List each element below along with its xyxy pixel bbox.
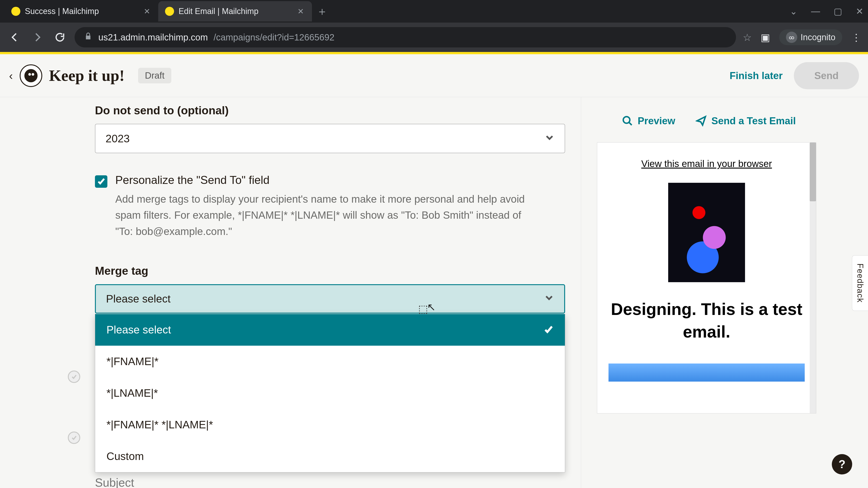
feedback-tab[interactable]: Feedback [852, 255, 868, 311]
window-controls: ⌄ — ▢ ✕ [790, 6, 864, 17]
svg-point-4 [32, 73, 34, 76]
mailchimp-favicon [165, 7, 174, 16]
do-not-send-label: Do not send to (optional) [95, 104, 565, 117]
tab-search-icon[interactable]: ⌄ [790, 6, 798, 17]
tab-title: Edit Email | Mailchimp [179, 6, 291, 16]
personalize-checkbox[interactable] [95, 175, 107, 188]
incognito-icon [786, 32, 797, 43]
finish-later-link[interactable]: Finish later [730, 70, 783, 81]
incognito-badge: Incognito [779, 29, 842, 45]
page-body: ‹ Keep it up! Draft Finish later Send Do… [0, 52, 868, 488]
merge-tag-label: Merge tag [95, 264, 565, 278]
do-not-send-select[interactable]: 2023 [95, 124, 565, 153]
svg-point-2 [24, 69, 37, 82]
dropdown-option-label: *|LNAME|* [106, 387, 158, 399]
email-banner-image [609, 363, 805, 382]
chevron-down-icon [544, 293, 554, 305]
close-icon[interactable]: ✕ [143, 7, 151, 16]
email-heading: Designing. This is a test email. [609, 298, 805, 343]
svg-point-3 [28, 73, 31, 76]
url-host: us21.admin.mailchimp.com [98, 32, 208, 42]
send-test-email-button[interactable]: Send a Test Email [695, 115, 796, 127]
main-form-column: Do not send to (optional) 2023 Personali… [0, 97, 581, 488]
merge-tag-value: Please select [106, 293, 170, 305]
section-status-icon [68, 431, 80, 444]
send-icon [695, 115, 707, 127]
dropdown-option[interactable]: *|FNAME|* *|LNAME|* [95, 409, 565, 441]
svg-point-5 [623, 117, 630, 123]
personalize-description: Add merge tags to display your recipient… [115, 191, 538, 239]
menu-icon[interactable]: ⋮ [851, 32, 861, 43]
nav-bar: us21.admin.mailchimp.com/campaigns/edit?… [0, 23, 868, 52]
preview-button[interactable]: Preview [622, 115, 675, 127]
section-status-icon [68, 370, 80, 383]
svg-point-0 [789, 37, 792, 39]
reload-button[interactable] [52, 29, 68, 45]
back-button[interactable] [7, 29, 23, 45]
browser-tab[interactable]: Success | Mailchimp ✕ [4, 1, 158, 22]
tab-strip: Success | Mailchimp ✕ Edit Email | Mailc… [0, 0, 868, 23]
address-bar[interactable]: us21.admin.mailchimp.com/campaigns/edit?… [74, 27, 736, 47]
dropdown-option-label: *|FNAME|* [106, 355, 158, 367]
mailchimp-favicon [11, 7, 20, 16]
send-test-email-label: Send a Test Email [711, 115, 796, 127]
maximize-icon[interactable]: ▢ [834, 6, 842, 17]
url-path: /campaigns/edit?id=12665692 [214, 32, 335, 42]
close-icon[interactable]: ✕ [856, 6, 864, 17]
tab-title: Success | Mailchimp [25, 6, 138, 16]
incognito-label: Incognito [801, 33, 835, 42]
merge-tag-dropdown: Please select *|FNAME|* *|LNAME|* *|FNAM… [95, 314, 565, 473]
dropdown-option-label: Custom [106, 450, 144, 462]
dropdown-option[interactable]: Custom [95, 441, 565, 472]
dropdown-option[interactable]: *|FNAME|* [95, 346, 565, 377]
dropdown-option[interactable]: *|LNAME|* [95, 377, 565, 409]
email-preview-pane: View this email in your browser Designin… [597, 142, 816, 414]
browser-chrome: Success | Mailchimp ✕ Edit Email | Mailc… [0, 0, 868, 52]
chevron-down-icon [545, 132, 555, 145]
forward-button[interactable] [29, 29, 45, 45]
new-tab-button[interactable]: ＋ [314, 3, 330, 19]
extensions-icon[interactable]: ▣ [761, 32, 770, 43]
svg-point-1 [792, 37, 794, 39]
subject-section-label: Subject [95, 476, 134, 488]
merge-tag-select[interactable]: Please select [95, 284, 565, 314]
app-header: ‹ Keep it up! Draft Finish later Send [0, 54, 868, 97]
help-button[interactable]: ? [832, 454, 852, 475]
bookmark-icon[interactable]: ☆ [743, 32, 752, 43]
dropdown-option-label: Please select [106, 324, 171, 336]
dropdown-option-selected[interactable]: Please select [95, 314, 565, 346]
browser-tab[interactable]: Edit Email | Mailchimp ✕ [158, 1, 312, 22]
back-chevron-icon[interactable]: ‹ [9, 69, 13, 82]
send-button[interactable]: Send [794, 62, 859, 89]
side-preview-column: Preview Send a Test Email View this emai… [581, 97, 868, 488]
lock-icon [84, 32, 93, 43]
campaign-title: Keep it up! [49, 67, 125, 85]
close-icon[interactable]: ✕ [296, 7, 305, 16]
do-not-send-value: 2023 [105, 132, 130, 145]
status-badge: Draft [138, 68, 171, 84]
view-in-browser-link[interactable]: View this email in your browser [641, 158, 772, 169]
email-hero-image [668, 183, 745, 282]
preview-label: Preview [638, 115, 675, 127]
personalize-label: Personalize the "Send To" field [115, 173, 538, 187]
preview-scrollbar-thumb[interactable] [810, 142, 816, 201]
search-icon [622, 115, 633, 127]
dropdown-option-label: *|FNAME|* *|LNAME|* [106, 418, 213, 431]
mailchimp-logo [20, 64, 42, 87]
minimize-icon[interactable]: — [811, 6, 820, 17]
